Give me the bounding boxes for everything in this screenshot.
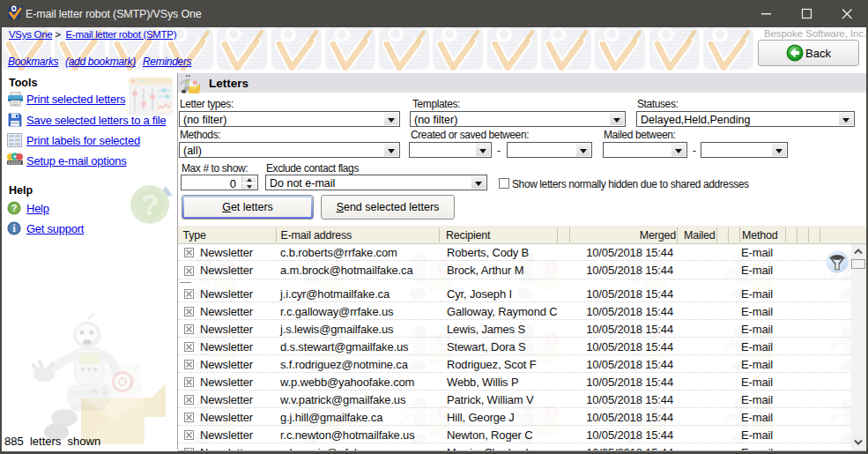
svg-text:?: ?: [11, 203, 18, 213]
svg-text:?: ?: [141, 188, 160, 221]
